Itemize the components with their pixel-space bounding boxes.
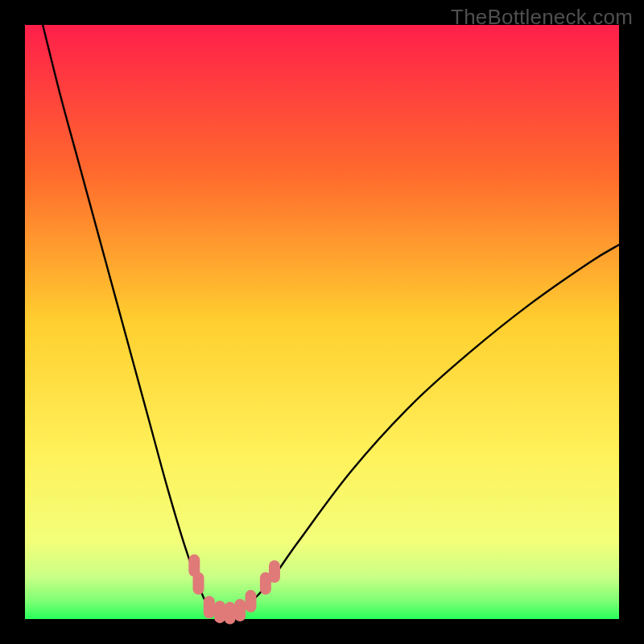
curve-marker: [245, 590, 256, 613]
curve-marker: [225, 602, 236, 625]
curve-marker: [214, 601, 225, 623]
chart-svg: [0, 0, 644, 644]
curve-marker: [234, 599, 246, 621]
chart-frame: TheBottleneck.com: [0, 0, 644, 644]
curve-marker: [269, 560, 280, 583]
curve-marker: [193, 572, 204, 595]
plot-area: [25, 25, 619, 619]
curve-marker: [204, 596, 215, 618]
watermark-text: TheBottleneck.com: [451, 5, 633, 30]
